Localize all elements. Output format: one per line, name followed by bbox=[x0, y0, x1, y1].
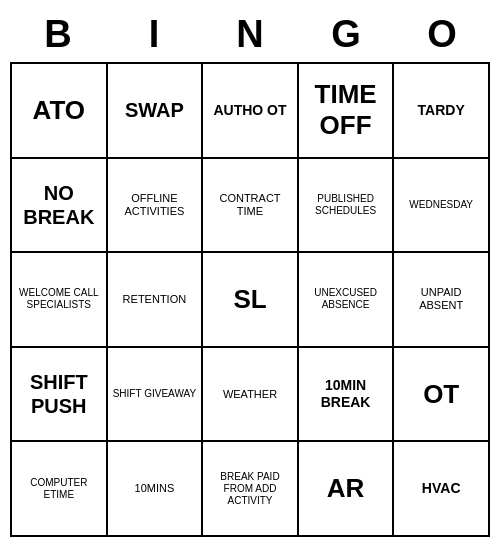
bingo-header: BINGO bbox=[10, 7, 490, 62]
cell-text-r4-c2: BREAK PAID FROM ADD ACTIVITY bbox=[207, 471, 293, 507]
cell-text-r4-c1: 10MINS bbox=[135, 482, 175, 495]
cell-text-r0-c2: AUTHO OT bbox=[213, 102, 286, 119]
bingo-grid: ATOSWAPAUTHO OTTIME OFFTARDYNO BREAKOFFL… bbox=[10, 62, 490, 537]
cell-text-r3-c4: OT bbox=[423, 379, 459, 410]
cell-text-r1-c4: WEDNESDAY bbox=[409, 199, 473, 211]
cell-r0-c1: SWAP bbox=[108, 64, 204, 159]
cell-text-r0-c1: SWAP bbox=[125, 98, 184, 122]
cell-r2-c3: UNEXCUSED ABSENCE bbox=[299, 253, 395, 348]
cell-text-r3-c3: 10MIN BREAK bbox=[303, 377, 389, 411]
cell-r4-c0: COMPUTER ETIME bbox=[12, 442, 108, 537]
cell-r0-c2: AUTHO OT bbox=[203, 64, 299, 159]
cell-r1-c2: CONTRACT TIME bbox=[203, 159, 299, 254]
cell-r3-c3: 10MIN BREAK bbox=[299, 348, 395, 443]
header-letter-N: N bbox=[202, 7, 298, 62]
cell-r2-c1: RETENTION bbox=[108, 253, 204, 348]
cell-r2-c0: WELCOME CALL SPECIALISTS bbox=[12, 253, 108, 348]
cell-text-r4-c4: HVAC bbox=[422, 480, 461, 497]
cell-r4-c4: HVAC bbox=[394, 442, 490, 537]
cell-r1-c1: OFFLINE ACTIVITIES bbox=[108, 159, 204, 254]
cell-r3-c1: SHIFT GIVEAWAY bbox=[108, 348, 204, 443]
cell-text-r1-c0: NO BREAK bbox=[16, 181, 102, 229]
cell-text-r3-c0: SHIFT PUSH bbox=[16, 370, 102, 418]
cell-text-r0-c4: TARDY bbox=[418, 102, 465, 119]
cell-r3-c2: WEATHER bbox=[203, 348, 299, 443]
cell-r3-c0: SHIFT PUSH bbox=[12, 348, 108, 443]
cell-text-r0-c0: ATO bbox=[33, 95, 85, 126]
header-letter-I: I bbox=[106, 7, 202, 62]
cell-text-r4-c0: COMPUTER ETIME bbox=[16, 477, 102, 501]
cell-r0-c4: TARDY bbox=[394, 64, 490, 159]
header-letter-G: G bbox=[298, 7, 394, 62]
cell-r4-c1: 10MINS bbox=[108, 442, 204, 537]
cell-text-r2-c3: UNEXCUSED ABSENCE bbox=[303, 287, 389, 311]
cell-r0-c3: TIME OFF bbox=[299, 64, 395, 159]
cell-r2-c4: UNPAID ABSENT bbox=[394, 253, 490, 348]
cell-text-r2-c4: UNPAID ABSENT bbox=[398, 286, 484, 312]
cell-text-r4-c3: AR bbox=[327, 473, 365, 504]
cell-r1-c0: NO BREAK bbox=[12, 159, 108, 254]
cell-text-r2-c1: RETENTION bbox=[123, 293, 187, 306]
cell-r4-c3: AR bbox=[299, 442, 395, 537]
cell-r0-c0: ATO bbox=[12, 64, 108, 159]
header-letter-B: B bbox=[10, 7, 106, 62]
cell-text-r3-c1: SHIFT GIVEAWAY bbox=[113, 388, 196, 400]
cell-text-r3-c2: WEATHER bbox=[223, 388, 277, 401]
cell-text-r0-c3: TIME OFF bbox=[303, 79, 389, 141]
header-letter-O: O bbox=[394, 7, 490, 62]
cell-text-r1-c2: CONTRACT TIME bbox=[207, 192, 293, 218]
cell-r1-c3: PUBLISHED SCHEDULES bbox=[299, 159, 395, 254]
cell-r4-c2: BREAK PAID FROM ADD ACTIVITY bbox=[203, 442, 299, 537]
cell-r1-c4: WEDNESDAY bbox=[394, 159, 490, 254]
cell-text-r1-c3: PUBLISHED SCHEDULES bbox=[303, 193, 389, 217]
cell-r2-c2: SL bbox=[203, 253, 299, 348]
cell-text-r2-c2: SL bbox=[233, 284, 266, 315]
cell-r3-c4: OT bbox=[394, 348, 490, 443]
cell-text-r1-c1: OFFLINE ACTIVITIES bbox=[112, 192, 198, 218]
cell-text-r2-c0: WELCOME CALL SPECIALISTS bbox=[16, 287, 102, 311]
bingo-card: BINGO ATOSWAPAUTHO OTTIME OFFTARDYNO BRE… bbox=[10, 7, 490, 537]
